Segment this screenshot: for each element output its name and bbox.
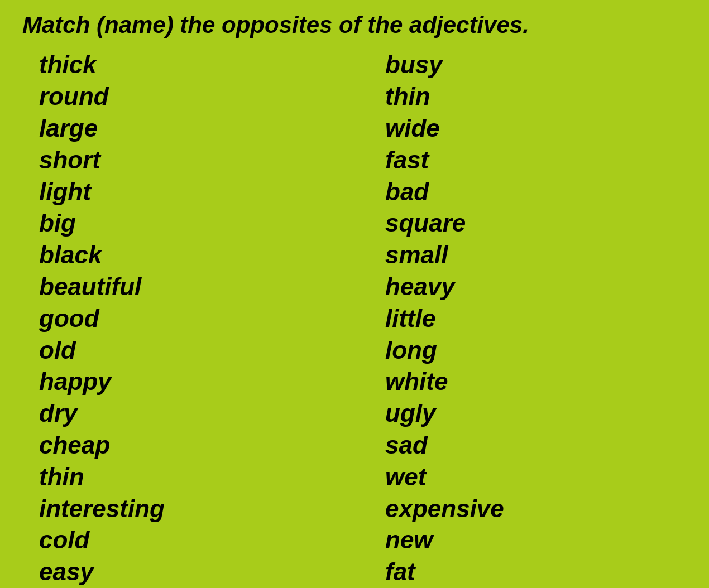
- left-word-14: interesting: [39, 493, 341, 525]
- left-word-7: beautiful: [39, 271, 341, 303]
- right-word-2: wide: [385, 113, 687, 144]
- right-word-11: ugly: [385, 398, 687, 430]
- page-title: Match (name) the opposites of the adject…: [22, 11, 687, 39]
- right-word-12: sad: [385, 430, 687, 461]
- left-word-9: old: [39, 335, 341, 367]
- word-columns: thickroundlargeshortlightbigblackbeautif…: [22, 49, 687, 588]
- left-word-3: short: [39, 144, 341, 176]
- left-word-6: black: [39, 239, 341, 271]
- right-word-1: thin: [385, 81, 687, 113]
- left-word-11: dry: [39, 398, 341, 430]
- right-word-3: fast: [385, 144, 687, 176]
- left-column: thickroundlargeshortlightbigblackbeautif…: [22, 49, 341, 588]
- left-word-4: light: [39, 176, 341, 208]
- right-word-0: busy: [385, 49, 687, 81]
- left-word-0: thick: [39, 49, 341, 81]
- left-word-2: large: [39, 113, 341, 144]
- right-word-15: new: [385, 524, 687, 556]
- left-word-12: cheap: [39, 430, 341, 461]
- right-word-14: expensive: [385, 493, 687, 525]
- right-word-16: fat: [385, 556, 687, 588]
- right-word-10: white: [385, 366, 687, 398]
- right-word-6: small: [385, 239, 687, 271]
- right-word-7: heavy: [385, 271, 687, 303]
- left-word-1: round: [39, 81, 341, 113]
- right-word-8: little: [385, 303, 687, 335]
- right-column: busythinwidefastbadsquaresmallheavylittl…: [341, 49, 687, 588]
- left-word-13: thin: [39, 461, 341, 493]
- left-word-5: big: [39, 208, 341, 239]
- right-word-9: long: [385, 335, 687, 367]
- right-word-13: wet: [385, 461, 687, 493]
- left-word-10: happy: [39, 366, 341, 398]
- left-word-15: cold: [39, 524, 341, 556]
- left-word-8: good: [39, 303, 341, 335]
- left-word-16: easy: [39, 556, 341, 588]
- right-word-5: square: [385, 208, 687, 239]
- right-word-4: bad: [385, 176, 687, 208]
